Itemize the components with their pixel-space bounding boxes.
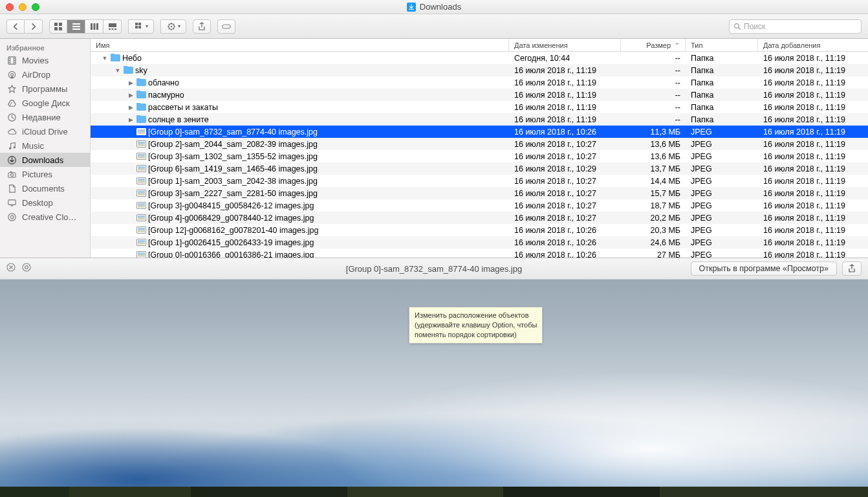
- file-added: 16 июля 2018 г., 11:19: [758, 140, 868, 149]
- quicklook-share-button[interactable]: [842, 261, 862, 276]
- share-button[interactable]: [193, 19, 211, 34]
- camera-icon: [6, 170, 17, 179]
- file-name: sky: [135, 66, 147, 75]
- file-row[interactable]: ▶пасмурно16 июля 2018 г., 11:19--Папка16…: [91, 89, 868, 101]
- file-row[interactable]: [Group 12]-g0068162_g0078201-40 images.j…: [91, 224, 868, 236]
- icon-view-button[interactable]: [49, 19, 67, 34]
- list-view-button[interactable]: [67, 19, 85, 34]
- image-file-icon: [136, 250, 146, 258]
- action-button[interactable]: ▾: [160, 19, 186, 34]
- disclosure-triangle[interactable]: ▶: [127, 80, 134, 86]
- search-icon: [733, 23, 741, 30]
- finder-window: { "window": { "title": "Downloads" }, "t…: [0, 0, 868, 497]
- disclosure-triangle[interactable]: ▶: [127, 104, 134, 111]
- file-added: 16 июля 2018 г., 11:19: [758, 91, 868, 100]
- file-type: JPEG: [686, 201, 758, 210]
- file-row[interactable]: [Group 6]-sam_1419_sam_1465-46 images.jp…: [91, 162, 868, 175]
- col-added[interactable]: Дата добавления: [758, 39, 868, 51]
- sidebar-item-apps[interactable]: Программы: [0, 82, 90, 96]
- col-type[interactable]: Тип: [686, 39, 758, 51]
- file-row[interactable]: [Group 1]-sam_2003_sam_2042-38 images.jp…: [91, 175, 868, 187]
- sidebar-item-cc[interactable]: Creative Clo…: [0, 210, 90, 224]
- sidebar-item-camera[interactable]: Pictures: [0, 167, 90, 181]
- file-row[interactable]: [Group 0]-sam_8732_sam_8774-40 images.jp…: [91, 126, 868, 138]
- sidebar-item-cloud[interactable]: iCloud Drive: [0, 124, 90, 138]
- cloud-icon: [6, 127, 17, 136]
- file-size: 27 МБ: [621, 250, 686, 258]
- column-view-button[interactable]: [85, 19, 103, 34]
- search-input[interactable]: Поиск: [729, 19, 862, 34]
- desktop-icon: [6, 198, 17, 207]
- folder-icon: [136, 103, 146, 112]
- sidebar-item-download[interactable]: Downloads: [0, 153, 90, 167]
- disclosure-triangle[interactable]: ▶: [127, 116, 134, 123]
- file-added: 16 июля 2018 г., 11:19: [758, 201, 868, 210]
- file-row[interactable]: [Group 3]-sam_2227_sam_2281-50 images.jp…: [91, 187, 868, 199]
- image-file-icon: [136, 189, 146, 198]
- zoom-window-button[interactable]: [32, 3, 39, 11]
- quicklook-close-button[interactable]: [6, 263, 16, 274]
- file-row[interactable]: ▶солнце в зените16 июля 2018 г., 11:19--…: [91, 113, 868, 126]
- file-row[interactable]: ▼sky16 июля 2018 г., 11:19--Папка16 июля…: [91, 64, 868, 76]
- toolbar: ▾ ▾ Поиск: [0, 14, 868, 39]
- back-button[interactable]: [6, 19, 25, 34]
- file-row[interactable]: [Group 0]-g0016366_g0016386-21 images.jp…: [91, 248, 868, 258]
- file-added: 16 июля 2018 г., 11:19: [758, 250, 868, 258]
- file-type: Папка: [686, 66, 758, 75]
- sidebar-item-airdrop[interactable]: AirDrop: [0, 67, 90, 82]
- file-row[interactable]: [Group 1]-g0026415_g0026433-19 images.jp…: [91, 236, 868, 248]
- file-size: 13,6 МБ: [621, 140, 686, 149]
- sidebar-item-desktop[interactable]: Desktop: [0, 195, 90, 210]
- file-size: 14,4 МБ: [621, 177, 686, 186]
- file-row[interactable]: ▶рассветы и закаты16 июля 2018 г., 11:19…: [91, 101, 868, 113]
- svg-rect-3: [59, 27, 62, 30]
- sidebar-section-header: Избранное: [0, 41, 90, 53]
- image-file-icon: [136, 238, 146, 247]
- file-name: [Group 1]-g0026415_g0026433-19 images.jp…: [148, 238, 314, 247]
- file-added: 16 июля 2018 г., 11:19: [758, 152, 868, 161]
- svg-rect-1: [59, 23, 62, 26]
- file-modified: 16 июля 2018 г., 10:27: [509, 152, 621, 161]
- file-row[interactable]: [Group 2]-sam_2044_sam_2082-39 images.jp…: [91, 138, 868, 150]
- folder-icon: [136, 78, 146, 87]
- gallery-view-button[interactable]: [103, 19, 122, 34]
- sidebar-item-clock[interactable]: Недавние: [0, 110, 90, 124]
- sidebar-item-film[interactable]: Movies: [0, 53, 90, 67]
- file-size: 20,2 МБ: [621, 214, 686, 223]
- file-modified: 16 июля 2018 г., 10:27: [509, 140, 621, 149]
- quicklook-zoom-button[interactable]: [22, 263, 31, 274]
- col-modified[interactable]: Дата изменения: [509, 39, 621, 51]
- sidebar-item-music[interactable]: Music: [0, 138, 90, 153]
- sidebar-item-gdrive[interactable]: Google Диск: [0, 96, 90, 110]
- sidebar-item-doc[interactable]: Documents: [0, 181, 90, 195]
- tags-button[interactable]: [217, 19, 235, 34]
- file-type: JPEG: [686, 164, 758, 173]
- minimize-window-button[interactable]: [19, 3, 27, 11]
- svg-point-30: [10, 173, 13, 176]
- close-window-button[interactable]: [6, 3, 14, 11]
- svg-rect-4: [72, 23, 80, 25]
- image-file-icon: [136, 127, 146, 137]
- forward-button[interactable]: [25, 19, 43, 34]
- col-size[interactable]: Размер⌃: [621, 39, 686, 51]
- col-name[interactable]: Имя: [91, 39, 509, 51]
- disclosure-triangle[interactable]: ▶: [127, 92, 134, 98]
- file-modified: 16 июля 2018 г., 11:19: [509, 115, 621, 124]
- disclosure-triangle[interactable]: ▼: [102, 55, 108, 61]
- svg-rect-10: [109, 23, 116, 27]
- svg-point-37: [25, 266, 28, 269]
- open-with-button[interactable]: Открыть в программе «Просмотр»: [691, 261, 837, 276]
- file-row[interactable]: [Group 3]-g0048415_g0058426-12 images.jp…: [91, 199, 868, 212]
- file-row[interactable]: [Group 3]-sam_1302_sam_1355-52 images.jp…: [91, 150, 868, 162]
- disclosure-triangle[interactable]: ▼: [114, 67, 121, 74]
- file-list-panel: Имя Дата изменения Размер⌃ Тип Дата доба…: [91, 39, 868, 258]
- file-type: Папка: [686, 54, 758, 63]
- arrange-button[interactable]: ▾: [128, 19, 154, 34]
- window-controls: [6, 3, 39, 11]
- file-name: [Group 3]-sam_2227_sam_2281-50 images.jp…: [148, 189, 318, 198]
- file-row[interactable]: ▶облачно16 июля 2018 г., 11:19--Папка16 …: [91, 76, 868, 89]
- file-row[interactable]: [Group 4]-g0068429_g0078440-12 images.jp…: [91, 212, 868, 224]
- sort-indicator-icon: ⌃: [675, 42, 680, 49]
- file-row[interactable]: ▼НебоСегодня, 10:44--Папка16 июля 2018 г…: [91, 52, 868, 64]
- file-size: --: [621, 115, 686, 124]
